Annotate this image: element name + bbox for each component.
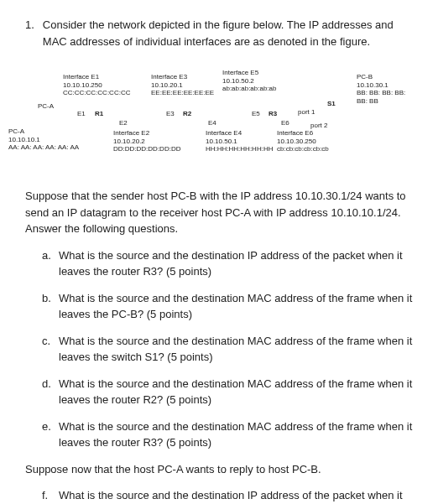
pcb-ip: 10.10.30.1 bbox=[357, 81, 413, 90]
question-text: Consider the network depicted in the fig… bbox=[43, 17, 413, 49]
if-e6-title: Interface E6 bbox=[277, 129, 329, 138]
if-e1-mac: CC:CC:CC:CC:CC:CC bbox=[63, 89, 130, 97]
if-e3-ip: 10.10.20.1 bbox=[151, 81, 214, 90]
letter-a: a. bbox=[42, 247, 59, 280]
question-a: a.What is the source and the destination… bbox=[42, 247, 413, 280]
e1-label: E1 bbox=[77, 110, 86, 118]
if-e3-mac: EE:EE:EE:EE:EE:EE bbox=[151, 89, 214, 97]
interface-e4-block: Interface E4 10.10.50.1 HH:HH:HH:HH:HH:H… bbox=[206, 129, 273, 153]
question-b: b.What is the source and the destination… bbox=[42, 290, 413, 323]
if-e4-title: Interface E4 bbox=[206, 129, 273, 138]
if-e3-title: Interface E3 bbox=[151, 73, 214, 81]
questions-group-1: a.What is the source and the destination… bbox=[42, 247, 413, 451]
if-e5-mac: ab:ab:ab:ab:ab:ab bbox=[222, 85, 277, 93]
pcb-mac: BB: BB: BB: BB: BB: BB bbox=[357, 89, 413, 105]
r1-label: R1 bbox=[95, 110, 103, 118]
pca-top-label: PC-A bbox=[38, 102, 54, 111]
pcb-block: PC-B 10.10.30.1 BB: BB: BB: BB: BB: BB bbox=[357, 73, 413, 105]
text-e: What is the source and the destination M… bbox=[59, 418, 413, 451]
e3-label: E3 bbox=[166, 110, 175, 118]
text-f: What is the source and the destination I… bbox=[59, 487, 413, 504]
question-e: e.What is the source and the destination… bbox=[42, 418, 413, 451]
scenario2-text: Suppose now that the host PC-A wants to … bbox=[25, 461, 413, 478]
text-b: What is the source and the destination M… bbox=[59, 290, 413, 323]
if-e2-ip: 10.10.20.2 bbox=[113, 138, 180, 146]
if-e6-mac: cb:cb:cb:cb:cb:cb bbox=[277, 145, 329, 153]
if-e4-ip: 10.10.50.1 bbox=[206, 138, 273, 146]
interface-e1-block: Interface E1 10.10.10.250 CC:CC:CC:CC:CC… bbox=[63, 73, 130, 97]
if-e2-mac: DD:DD:DD:DD:DD:DD bbox=[113, 145, 180, 153]
e5-label: E5 bbox=[252, 110, 260, 118]
questions-group-2: f.What is the source and the destination… bbox=[42, 487, 413, 504]
interface-e6-block: Interface E6 10.10.30.250 cb:cb:cb:cb:cb… bbox=[277, 129, 329, 153]
if-e2-title: Interface E2 bbox=[113, 129, 180, 138]
e2-label: E2 bbox=[119, 119, 128, 127]
r3-label: R3 bbox=[269, 110, 277, 118]
question-header: 1. Consider the network depicted in the … bbox=[25, 17, 413, 49]
letter-c: c. bbox=[42, 333, 59, 366]
pca-mac: AA: AA: AA: AA: AA: AA bbox=[8, 143, 79, 152]
text-a: What is the source and the destination I… bbox=[59, 247, 413, 280]
s1-label: S1 bbox=[327, 100, 336, 108]
interface-e3-block: Interface E3 10.10.20.1 EE:EE:EE:EE:EE:E… bbox=[151, 73, 214, 97]
pca-ip: 10.10.10.1 bbox=[8, 136, 79, 144]
if-e1-ip: 10.10.10.250 bbox=[63, 81, 130, 90]
e4-label: E4 bbox=[208, 119, 216, 127]
question-d: d.What is the source and the destination… bbox=[42, 376, 413, 408]
if-e5-title: Interface E5 bbox=[222, 69, 277, 77]
interface-e2-block: Interface E2 10.10.20.2 DD:DD:DD:DD:DD:D… bbox=[113, 129, 180, 153]
question-f: f.What is the source and the destination… bbox=[42, 487, 413, 504]
question-number: 1. bbox=[25, 17, 34, 49]
port1-label: port 1 bbox=[298, 108, 315, 117]
e6-label: E6 bbox=[281, 119, 289, 127]
if-e5-ip: 10.10.50.2 bbox=[222, 77, 277, 86]
r2-label: R2 bbox=[183, 110, 191, 118]
pcb-name: PC-B bbox=[357, 73, 413, 81]
letter-d: d. bbox=[42, 376, 59, 408]
question-c: c.What is the source and the destination… bbox=[42, 333, 413, 366]
letter-f: f. bbox=[42, 487, 59, 504]
if-e1-title: Interface E1 bbox=[63, 73, 130, 81]
if-e4-mac: HH:HH:HH:HH:HH:HH bbox=[206, 145, 273, 153]
letter-b: b. bbox=[42, 290, 59, 323]
pca-name: PC-A bbox=[8, 127, 79, 136]
network-diagram: Interface E1 10.10.10.250 CC:CC:CC:CC:CC… bbox=[25, 62, 413, 171]
scenario1-text: Suppose that the sender host PC-B with t… bbox=[25, 188, 413, 237]
pca-left-block: PC-A 10.10.10.1 AA: AA: AA: AA: AA: AA bbox=[8, 127, 79, 152]
if-e6-ip: 10.10.30.250 bbox=[277, 138, 329, 146]
text-c: What is the source and the destination M… bbox=[59, 333, 413, 366]
text-d: What is the source and the destination M… bbox=[59, 376, 413, 408]
interface-e5-block: Interface E5 10.10.50.2 ab:ab:ab:ab:ab:a… bbox=[222, 69, 277, 93]
letter-e: e. bbox=[42, 418, 59, 451]
